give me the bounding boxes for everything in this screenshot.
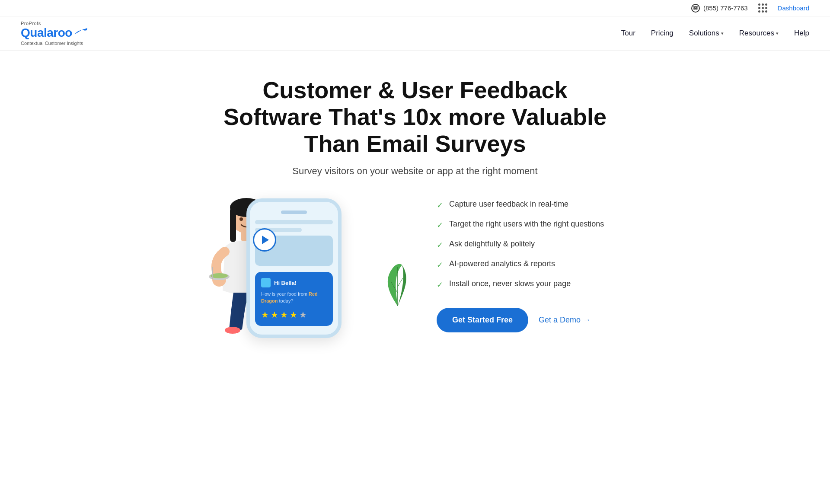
phone-notch: [281, 211, 307, 214]
nav-tour[interactable]: Tour: [621, 29, 635, 38]
check-icon-1: ✓: [437, 201, 443, 210]
dashboard-link[interactable]: Dashboard: [778, 4, 809, 12]
phone-mockup: Hi Bella! How is your food from Red Drag…: [246, 198, 342, 338]
proprofs-label: ProProfs: [21, 21, 88, 26]
svg-rect-2: [230, 207, 236, 242]
get-started-button[interactable]: Get Started Free: [437, 308, 528, 332]
solutions-chevron-icon: ▾: [721, 31, 724, 36]
nav-solutions[interactable]: Solutions ▾: [689, 29, 724, 38]
logo[interactable]: ProProfs Qualaroo Contextual Customer In…: [21, 21, 88, 46]
svg-point-10: [239, 217, 243, 221]
hero-content: Hi Bella! How is your food from Red Drag…: [134, 194, 696, 364]
nav-pricing[interactable]: Pricing: [651, 29, 674, 38]
phone-bar-1: [255, 220, 333, 224]
logo-tagline: Contextual Customer Insights: [21, 41, 88, 46]
check-icon-5: ✓: [437, 280, 443, 290]
star-2[interactable]: ★: [271, 309, 278, 320]
check-icon-4: ✓: [437, 260, 443, 270]
top-bar: ☎ (855) 776-7763 Dashboard: [0, 0, 830, 16]
features-list: ✓ Capture user feedback in real-time ✓ T…: [437, 200, 644, 332]
stars-rating[interactable]: ★ ★ ★ ★ ★: [261, 309, 327, 320]
feature-item-3: ✓ Ask delightfully & politely: [437, 239, 644, 250]
hero-subtitle: Survey visitors on your website or app a…: [21, 166, 809, 177]
survey-question-highlight: Red Dragon: [261, 291, 318, 303]
feature-item-1: ✓ Capture user feedback in real-time: [437, 200, 644, 210]
cta-area: Get Started Free Get a Demo →: [437, 308, 644, 332]
nav-resources[interactable]: Resources ▾: [739, 29, 779, 38]
svg-line-17: [398, 278, 403, 287]
phone-number: ☎ (855) 776-7763: [691, 4, 748, 13]
survey-avatar: [261, 278, 271, 287]
phone-icon: ☎: [691, 4, 700, 13]
star-4[interactable]: ★: [290, 309, 297, 320]
phone-area: Hi Bella! How is your food from Red Drag…: [186, 194, 411, 338]
star-1[interactable]: ★: [261, 309, 269, 320]
survey-card-header: Hi Bella!: [261, 278, 327, 287]
resources-chevron-icon: ▾: [776, 31, 779, 36]
hero-title: Customer & User Feedback Software That's…: [220, 77, 610, 157]
star-3[interactable]: ★: [280, 309, 288, 320]
feature-item-2: ✓ Target the right users with the right …: [437, 220, 644, 230]
feature-item-4: ✓ AI-powered analytics & reports: [437, 259, 644, 270]
svg-rect-6: [212, 267, 213, 279]
nav-help[interactable]: Help: [794, 29, 809, 38]
leaf-right-icon: [380, 258, 415, 312]
hero-section: Customer & User Feedback Software That's…: [0, 51, 830, 177]
navbar: ProProfs Qualaroo Contextual Customer In…: [0, 16, 830, 51]
survey-question: How is your food from Red Dragon today?: [261, 291, 327, 304]
svg-point-7: [225, 327, 240, 334]
play-triangle-icon: [262, 236, 269, 244]
logo-text: Qualaroo: [21, 26, 72, 40]
check-icon-3: ✓: [437, 240, 443, 250]
survey-greeting: Hi Bella!: [274, 280, 297, 286]
survey-card: Hi Bella! How is your food from Red Drag…: [255, 272, 333, 326]
get-demo-link[interactable]: Get a Demo →: [539, 316, 591, 325]
nav-links: Tour Pricing Solutions ▾ Resources ▾ Hel…: [621, 29, 809, 38]
apps-grid-icon[interactable]: [758, 3, 767, 13]
bird-icon: [74, 27, 88, 39]
feature-item-5: ✓ Install once, never slows your page: [437, 279, 644, 290]
play-button[interactable]: [253, 228, 276, 252]
star-5[interactable]: ★: [299, 309, 307, 320]
check-icon-2: ✓: [437, 220, 443, 230]
